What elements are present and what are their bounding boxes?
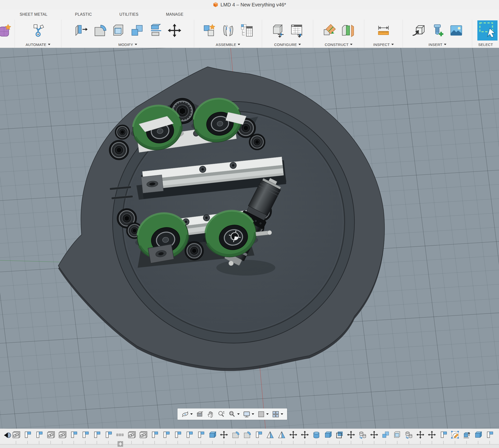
- timeline-item-component[interactable]: [35, 431, 43, 439]
- combine-icon[interactable]: [130, 23, 144, 38]
- nav-orbit-button[interactable]: [182, 410, 193, 418]
- timeline-item-box-frame[interactable]: [335, 431, 344, 439]
- nav-pan-button[interactable]: [207, 410, 214, 418]
- tab-plastic[interactable]: PLASTIC: [75, 12, 92, 17]
- tab-sheet-metal[interactable]: SHEET METAL: [20, 12, 48, 17]
- automate-icon[interactable]: [31, 23, 45, 38]
- tab-utilities[interactable]: UTILITIES: [119, 12, 138, 17]
- timeline-item-move[interactable]: [347, 431, 355, 439]
- bom-icon[interactable]: [240, 23, 254, 38]
- chevron-down-icon[interactable]: [252, 413, 254, 415]
- create-form-icon[interactable]: [0, 23, 12, 38]
- timeline-item-component[interactable]: [69, 431, 78, 439]
- timeline-item-mirror[interactable]: [278, 431, 286, 439]
- timeline-item-component[interactable]: [439, 431, 448, 439]
- tab-manage[interactable]: MANAGE: [166, 12, 183, 17]
- timeline-item-component[interactable]: [185, 431, 193, 439]
- midplane-icon[interactable]: [322, 23, 336, 38]
- timeline-item-move[interactable]: [370, 431, 378, 439]
- nav-zoom-button[interactable]: [217, 410, 225, 418]
- timeline-item-link[interactable]: [139, 431, 147, 439]
- chevron-down-icon[interactable]: [281, 413, 283, 415]
- timeline-item-box[interactable]: [474, 431, 482, 439]
- offset-face-icon[interactable]: [149, 23, 163, 38]
- ellipsis-feature-icon: [116, 431, 124, 439]
- nav-display-settings-button[interactable]: [243, 410, 254, 418]
- group-label-configure[interactable]: CONFIGURE: [262, 41, 313, 48]
- timeline-item-component[interactable]: [174, 431, 182, 439]
- timeline-item-cylinder[interactable]: [312, 431, 320, 439]
- group-label-inspect[interactable]: INSPECT: [364, 41, 403, 48]
- nav-zoom-window-button[interactable]: [228, 410, 240, 418]
- timeline-playhead-marker[interactable]: [2, 430, 12, 440]
- timeline-item-box[interactable]: [208, 431, 216, 439]
- chevron-down-icon[interactable]: [237, 413, 240, 415]
- group-label-text: AUTOMATE: [26, 43, 46, 47]
- timeline-item-component[interactable]: [104, 431, 113, 439]
- timeline-item-mirror[interactable]: [266, 431, 274, 439]
- timeline-item-move[interactable]: [301, 431, 309, 439]
- timeline-item-fillet[interactable]: [243, 431, 251, 439]
- timeline-item-link[interactable]: [47, 431, 55, 439]
- new-component-icon[interactable]: [202, 23, 216, 38]
- timeline-item-component[interactable]: [254, 431, 263, 439]
- timeline-item-component[interactable]: [485, 431, 494, 439]
- nav-look-at-button[interactable]: [196, 410, 203, 418]
- timeline-item-fillet[interactable]: [231, 431, 240, 439]
- timeline-scroll-strip[interactable]: [0, 445, 499, 448]
- timeline-add-group-icon[interactable]: [117, 441, 123, 447]
- press-pull-icon[interactable]: [74, 23, 88, 38]
- select-icon[interactable]: [477, 20, 498, 41]
- configure-icon[interactable]: [271, 23, 285, 38]
- viewport-3d[interactable]: [0, 48, 499, 429]
- timeline-item-move[interactable]: [220, 431, 228, 439]
- link-feature-icon: [12, 431, 20, 439]
- timeline-item-extrude[interactable]: [462, 431, 471, 439]
- look-at-icon: [196, 410, 203, 418]
- fillet-icon[interactable]: [93, 23, 107, 38]
- measure-icon[interactable]: [376, 23, 391, 38]
- nav-grid-settings-button[interactable]: [257, 410, 269, 418]
- timeline-item-link[interactable]: [12, 431, 20, 439]
- group-label-automate[interactable]: AUTOMATE: [15, 41, 61, 48]
- group-label-construct[interactable]: CONSTRUCT: [313, 41, 364, 48]
- chevron-down-icon[interactable]: [266, 413, 269, 415]
- timeline-item-move[interactable]: [289, 431, 298, 439]
- timeline-item-ellipsis[interactable]: [116, 431, 124, 439]
- chevron-down-icon: [444, 44, 446, 45]
- nav-viewports-button[interactable]: [272, 410, 283, 418]
- move-copy-icon[interactable]: [167, 23, 182, 38]
- grid-settings-icon: [257, 410, 265, 418]
- timeline-item-component[interactable]: [23, 431, 32, 439]
- timeline-item-component[interactable]: [93, 431, 101, 439]
- timeline-item-move[interactable]: [416, 431, 425, 439]
- insert-fastener-icon[interactable]: [431, 23, 445, 38]
- timeline-item-pattern[interactable]: [405, 431, 413, 439]
- shell-icon[interactable]: [111, 23, 126, 38]
- group-label-select[interactable]: SELECT: [472, 41, 499, 48]
- group-label-text: INSPECT: [373, 43, 390, 47]
- timeline-item-link[interactable]: [127, 431, 136, 439]
- timeline-item-box[interactable]: [324, 431, 332, 439]
- timeline-item-component[interactable]: [197, 431, 205, 439]
- timeline-item-component[interactable]: [81, 431, 89, 439]
- offset-plane-icon[interactable]: [341, 23, 355, 38]
- chevron-down-icon[interactable]: [190, 413, 193, 415]
- group-label-assemble[interactable]: ASSEMBLE: [194, 41, 262, 48]
- configuration-table-icon[interactable]: [290, 23, 304, 38]
- canvas-icon[interactable]: [449, 23, 463, 38]
- timeline-item-pattern[interactable]: [358, 431, 367, 439]
- timeline-item-component[interactable]: [150, 431, 159, 439]
- joint-icon[interactable]: [221, 23, 235, 38]
- insert-derive-icon[interactable]: [412, 23, 426, 38]
- timeline-item-combine[interactable]: [382, 431, 390, 439]
- group-label-modify[interactable]: MODIFY: [62, 41, 194, 48]
- timeline-item-shell[interactable]: [393, 431, 401, 439]
- group-label-insert[interactable]: INSERT: [403, 41, 472, 48]
- timeline-item-move[interactable]: [428, 431, 436, 439]
- extrude-feature-icon: [462, 431, 471, 439]
- document-title: LMD 4 – New Everything v46*: [220, 2, 286, 8]
- timeline-item-sketch[interactable]: [451, 431, 459, 439]
- timeline-item-component[interactable]: [162, 431, 170, 439]
- timeline-item-link[interactable]: [58, 431, 66, 439]
